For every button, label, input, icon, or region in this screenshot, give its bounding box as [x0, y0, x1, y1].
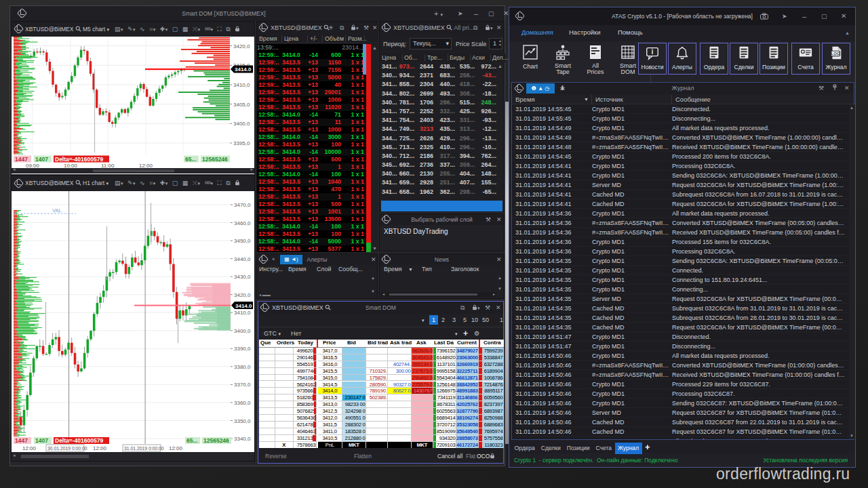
svg-text:3470,0: 3470,0: [234, 202, 251, 208]
svg-text:1447: 1447: [15, 156, 28, 163]
svg-text:3420,0: 3420,0: [233, 43, 250, 49]
svg-text:3400,0: 3400,0: [233, 121, 250, 127]
svg-text:12565246: 12565246: [202, 156, 228, 163]
svg-text:3390,0: 3390,0: [234, 346, 251, 352]
svg-text:31.01.2019 0:00:00: 31.01.2019 0:00:00: [124, 446, 164, 451]
svg-text:3410,0: 3410,0: [233, 82, 250, 88]
svg-text:i: i: [652, 48, 654, 56]
svg-text:3430,0: 3430,0: [234, 274, 251, 280]
svg-text:1447: 1447: [15, 437, 28, 444]
svg-text:12:00: 12:00: [169, 445, 183, 451]
svg-text:3395,0: 3395,0: [233, 140, 250, 146]
svg-text:3405,0: 3405,0: [233, 102, 250, 108]
svg-text:3400,0: 3400,0: [234, 328, 251, 334]
svg-text:30.01.2019 0:00:00: 30.01.2019 0:00:00: [47, 446, 87, 451]
svg-text:3370,0: 3370,0: [234, 382, 251, 388]
svg-text:1407: 1407: [35, 156, 48, 163]
svg-text:3450,0: 3450,0: [234, 238, 251, 244]
svg-text:LOG: LOG: [831, 52, 840, 56]
svg-text:VAL: VAL: [52, 207, 62, 214]
svg-text:3414.0: 3414.0: [235, 66, 252, 73]
svg-text:65...: 65...: [185, 156, 197, 163]
svg-text:3410,0: 3410,0: [234, 310, 251, 316]
svg-text:3414.0: 3414.0: [235, 303, 252, 309]
svg-text:3350,0: 3350,0: [234, 418, 251, 424]
svg-text:12565246: 12565246: [203, 437, 229, 444]
svg-text:Delta=-401600579: Delta=-401600579: [55, 437, 103, 444]
svg-text:3420,0: 3420,0: [234, 292, 251, 298]
svg-text:Delta=-401600579: Delta=-401600579: [55, 156, 103, 163]
svg-text:3460,0: 3460,0: [234, 220, 251, 226]
svg-text:3380,0: 3380,0: [234, 364, 251, 370]
svg-text:3340,0: 3340,0: [234, 436, 251, 442]
svg-text:65...: 65...: [186, 437, 198, 444]
svg-text:3360,0: 3360,0: [234, 400, 251, 406]
svg-text:3440,0: 3440,0: [234, 256, 251, 262]
svg-text:12:00: 12:00: [93, 445, 107, 451]
svg-text:1407: 1407: [35, 437, 48, 444]
svg-text:12:00: 12:00: [22, 445, 37, 451]
